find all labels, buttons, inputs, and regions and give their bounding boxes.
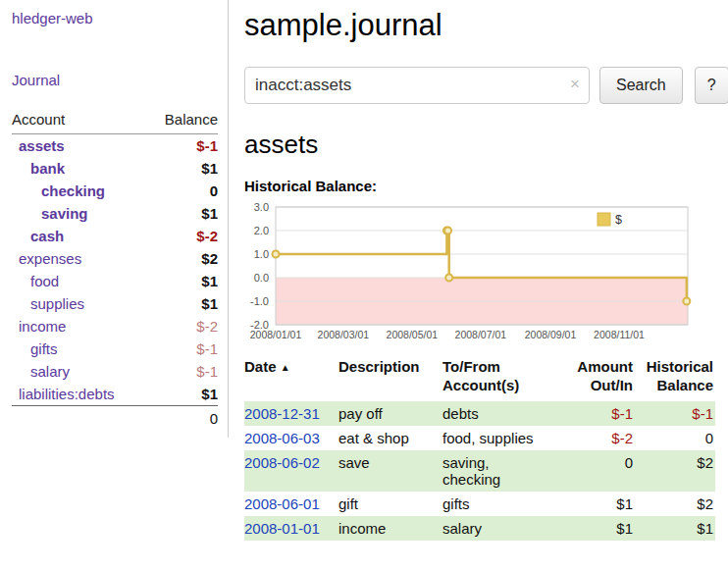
sidebar: hledger-web Journal Account Balance asse… <box>0 0 229 438</box>
svg-text:2008/03/01: 2008/03/01 <box>318 329 370 340</box>
clear-search-icon[interactable]: × <box>570 76 580 92</box>
register-header-date[interactable]: Date ▲ <box>244 356 338 401</box>
register-amount: $-1 <box>570 401 641 426</box>
svg-text:2008/07/01: 2008/07/01 <box>455 329 507 340</box>
register-date-link[interactable]: 2008-06-01 <box>244 495 320 512</box>
account-link-checking[interactable]: checking <box>41 182 105 199</box>
register-balance: 0 <box>641 426 715 450</box>
account-link-income[interactable]: income <box>19 318 66 335</box>
svg-text:2.0: 2.0 <box>254 225 269 236</box>
register-date-link[interactable]: 2008-06-02 <box>244 454 320 471</box>
accounts-total: 0 <box>147 406 218 431</box>
account-balance: $-1 <box>147 360 218 383</box>
account-balance: $-1 <box>147 337 218 360</box>
svg-text:3.0: 3.0 <box>254 201 269 213</box>
account-balance: $1 <box>147 292 218 315</box>
account-balance: $-2 <box>147 315 218 337</box>
account-row: cash $-2 <box>12 225 218 247</box>
register-balance: $-1 <box>641 401 715 426</box>
register-accounts: gifts <box>442 492 570 516</box>
search-bar: × Search ? <box>244 67 728 104</box>
account-row: liabilities:debts $1 <box>12 383 218 406</box>
hledger-web-app: hledger-web Journal Account Balance asse… <box>0 0 728 541</box>
accounts-total-row: 0 <box>12 406 218 431</box>
register-row: 2008-01-01 income salary $1 $1 <box>244 516 715 541</box>
svg-text:2008/01/01: 2008/01/01 <box>250 329 302 340</box>
register-amount: 0 <box>570 450 641 492</box>
svg-text:1.0: 1.0 <box>254 248 269 260</box>
search-input[interactable] <box>244 67 590 104</box>
page-title: sample.journal <box>244 8 728 43</box>
account-balance: $1 <box>147 202 218 225</box>
svg-text:2008/09/01: 2008/09/01 <box>525 329 577 340</box>
register-description: income <box>338 516 442 541</box>
svg-text:2008/05/01: 2008/05/01 <box>387 329 439 340</box>
register-date-link[interactable]: 2008-12-31 <box>244 405 320 422</box>
account-row: bank $1 <box>12 157 218 180</box>
register-accounts: salary <box>442 516 570 541</box>
account-balance: $1 <box>147 383 218 406</box>
account-link-gifts[interactable]: gifts <box>30 340 58 357</box>
account-link-supplies[interactable]: supplies <box>30 295 84 312</box>
account-balance: $-1 <box>147 134 218 158</box>
svg-text:$: $ <box>615 213 622 227</box>
register-date-link[interactable]: 2008-01-01 <box>244 520 320 537</box>
svg-text:-1.0: -1.0 <box>250 295 269 307</box>
account-row: assets $-1 <box>12 134 218 158</box>
account-row: saving $1 <box>12 202 218 225</box>
account-heading: assets <box>244 130 728 160</box>
svg-text:0.0: 0.0 <box>254 272 269 284</box>
account-link-food[interactable]: food <box>30 273 59 289</box>
register-header-amount: Amount Out/In <box>570 356 641 401</box>
chart-title: Historical Balance: <box>244 178 728 194</box>
account-link-saving[interactable]: saving <box>41 205 88 222</box>
account-balance: $-2 <box>147 225 218 247</box>
account-row: checking 0 <box>12 180 218 202</box>
account-row: salary $-1 <box>12 360 218 383</box>
register-balance: $2 <box>641 492 715 516</box>
register-row: 2008-06-01 gift gifts $1 $2 <box>244 492 715 516</box>
account-link-cash[interactable]: cash <box>30 228 64 244</box>
account-row: expenses $2 <box>12 247 218 270</box>
register-amount: $1 <box>570 516 641 541</box>
account-link-assets[interactable]: assets <box>19 137 65 154</box>
accounts-header-row: Account Balance <box>12 108 218 134</box>
account-link-liabilities-debts[interactable]: liabilities:debts <box>19 386 115 402</box>
account-link-bank[interactable]: bank <box>30 160 65 177</box>
account-link-expenses[interactable]: expenses <box>19 250 81 267</box>
account-balance: 0 <box>147 180 218 202</box>
main-content: sample.journal × Search ? assets Histori… <box>229 0 728 541</box>
register-balance: $1 <box>641 516 715 541</box>
register-date-link[interactable]: 2008-06-03 <box>244 430 320 446</box>
register-header-accounts: To/From Account(s) <box>442 356 570 401</box>
register-row: 2008-12-31 pay off debts $-1 $-1 <box>244 401 715 426</box>
register-header-description: Description <box>338 356 442 401</box>
help-button[interactable]: ? <box>695 67 728 104</box>
register-row: 2008-06-02 save saving, checking 0 $2 <box>244 450 715 492</box>
account-link-salary[interactable]: salary <box>30 363 70 380</box>
register-description: eat & shop <box>338 426 442 450</box>
register-accounts: debts <box>442 401 570 426</box>
historical-balance-chart: 3.02.01.00.0-1.0-2.02008/01/012008/03/01… <box>244 201 698 340</box>
account-balance: $1 <box>147 157 218 180</box>
register-description: gift <box>338 492 442 516</box>
register-header-row: Date ▲ Description To/From Account(s) Am… <box>244 356 715 401</box>
register-balance: $2 <box>641 450 715 492</box>
brand-link[interactable]: hledger-web <box>12 10 218 26</box>
sort-ascending-icon: ▲ <box>281 362 290 373</box>
svg-text:2008/11/01: 2008/11/01 <box>594 329 645 340</box>
register-description: save <box>338 450 442 492</box>
sidebar-item-journal[interactable]: Journal <box>12 72 218 88</box>
accounts-header-balance: Balance <box>147 108 218 134</box>
register-description: pay off <box>338 401 442 426</box>
register-accounts: saving, checking <box>442 450 570 492</box>
accounts-table: Account Balance assets $-1 bank $1 check… <box>12 108 218 430</box>
account-row: supplies $1 <box>12 292 218 315</box>
register-accounts: food, supplies <box>442 426 570 450</box>
account-row: income $-2 <box>12 315 218 337</box>
register-header-balance: Historical Balance <box>641 356 715 401</box>
register-amount: $-2 <box>570 426 641 450</box>
register-row: 2008-06-03 eat & shop food, supplies $-2… <box>244 426 715 450</box>
search-button[interactable]: Search <box>599 67 683 104</box>
accounts-header-account: Account <box>12 108 147 134</box>
